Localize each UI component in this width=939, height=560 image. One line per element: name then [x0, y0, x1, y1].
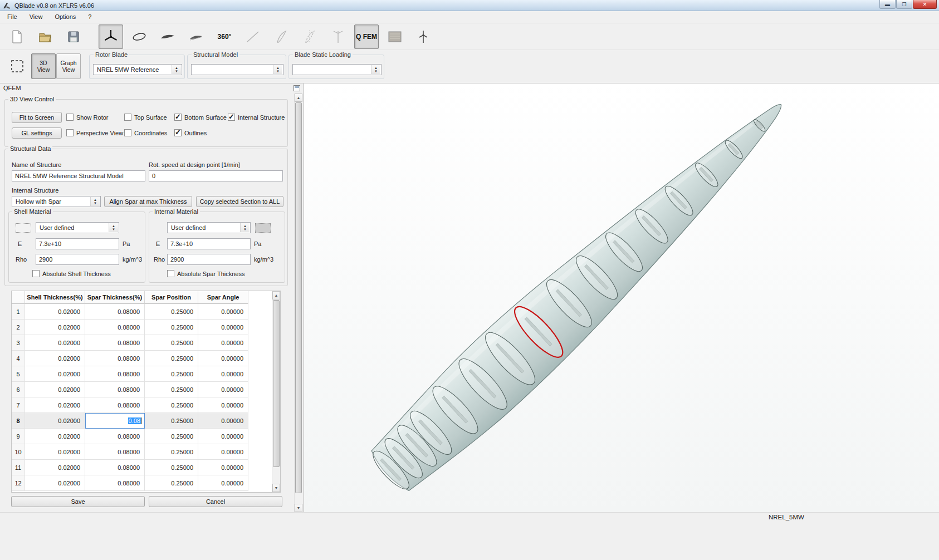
shell-rho-input[interactable]: 2900 [36, 254, 119, 265]
row-header[interactable]: 7 [12, 397, 25, 413]
table-cell[interactable]: 0.08000 [85, 397, 145, 413]
internal-color-swatch[interactable] [255, 223, 271, 233]
gl-viewport[interactable] [304, 83, 939, 512]
table-cell[interactable]: 0.08000 [85, 304, 145, 320]
table-scrollbar-thumb[interactable] [273, 300, 280, 467]
scroll-up-icon[interactable]: ▲ [272, 291, 280, 299]
row-header[interactable]: 11 [12, 460, 25, 475]
table-cell[interactable]: 0.08000 [85, 351, 145, 366]
table-cell[interactable]: 0.25000 [145, 351, 198, 366]
row-header[interactable]: 2 [12, 320, 25, 335]
new-document-button[interactable] [4, 24, 29, 49]
table-cell[interactable]: 0.08000 [85, 366, 145, 382]
maximize-button[interactable]: ❐ [896, 0, 912, 9]
row-header[interactable]: 4 [12, 351, 25, 366]
absolute-shell-thickness-checkbox[interactable]: Absolute Shell Thickness [32, 270, 111, 277]
airfoil-direct-button[interactable] [155, 24, 180, 49]
scroll-down-icon[interactable]: ▼ [272, 484, 280, 492]
table-cell[interactable]: 0.00000 [198, 382, 248, 397]
internal-e-input[interactable]: 7.3e+10 [167, 238, 251, 249]
column-header[interactable]: Shell Thickness(%) [25, 291, 85, 304]
coordinates-checkbox[interactable]: Coordinates [124, 129, 167, 136]
table-cell[interactable]: 0.25000 [145, 304, 198, 320]
table-cell-editing[interactable]: 0.08 [85, 413, 145, 429]
table-cell[interactable]: 0.25000 [145, 366, 198, 382]
airfoil-design-button[interactable] [127, 24, 151, 49]
table-cell[interactable]: 0.02000 [25, 460, 85, 475]
internal-material-combobox[interactable]: User defined ▲▼ [167, 222, 251, 233]
table-cell[interactable]: 0.02000 [25, 366, 85, 382]
close-button[interactable]: ✕ [913, 0, 937, 9]
gl-settings-button[interactable]: GL settings [12, 127, 62, 139]
table-cell[interactable]: 0.02000 [25, 397, 85, 413]
table-cell[interactable]: 0.02000 [25, 429, 85, 444]
row-header[interactable]: 1 [12, 304, 25, 320]
table-cell[interactable]: 0.00000 [198, 397, 248, 413]
row-header[interactable]: 12 [12, 475, 25, 491]
menu-file[interactable]: File [1, 11, 23, 23]
table-cell[interactable]: 0.08000 [85, 320, 145, 335]
blade-static-loading-combobox[interactable]: ▲▼ [292, 64, 382, 75]
minimize-button[interactable]: ▬ [879, 0, 896, 9]
table-cell[interactable]: 0.02000 [25, 382, 85, 397]
internal-rho-input[interactable]: 2900 [167, 254, 251, 265]
table-cell[interactable]: 0.08000 [85, 460, 145, 475]
shell-material-combobox[interactable]: User defined ▲▼ [36, 222, 119, 233]
dock-scrollbar[interactable]: ▲ ▼ [294, 94, 302, 512]
scroll-up-icon[interactable]: ▲ [295, 94, 302, 102]
table-cell[interactable]: 0.25000 [145, 397, 198, 413]
shell-e-input[interactable]: 7.3e+10 [36, 238, 119, 249]
airfoil-inverse-button[interactable] [184, 24, 208, 49]
table-cell[interactable]: 0.00000 [198, 351, 248, 366]
table-cell[interactable]: 0.00000 [198, 429, 248, 444]
graph-view-button[interactable]: Graph View [56, 53, 81, 79]
table-cell[interactable]: 0.02000 [25, 335, 85, 351]
structure-name-input[interactable]: NREL 5MW Reference Structural Model [12, 170, 145, 181]
table-cell[interactable]: 0.08000 [85, 382, 145, 397]
row-header[interactable]: 9 [12, 429, 25, 444]
internal-structure-checkbox[interactable]: Internal Structure [228, 114, 285, 121]
table-cell[interactable]: 0.25000 [145, 413, 198, 429]
combobox-arrows-icon[interactable]: ▲▼ [371, 65, 380, 74]
bottom-surface-checkbox[interactable]: Bottom Surface [174, 114, 227, 121]
structure-type-combobox[interactable]: Hollow with Spar ▲▼ [12, 196, 101, 207]
combobox-arrows-icon[interactable]: ▲▼ [273, 65, 282, 74]
save-button-toolbar[interactable] [61, 24, 86, 49]
table-cell[interactable]: 0.08000 [85, 444, 145, 460]
table-cell[interactable]: 0.00000 [198, 413, 248, 429]
menu-help[interactable]: ? [82, 11, 97, 23]
table-scrollbar[interactable]: ▲ ▼ [272, 291, 280, 492]
texture-button[interactable] [383, 24, 407, 49]
align-spar-button[interactable]: Align Spar at max Thickness [104, 196, 192, 207]
table-cell[interactable]: 0.25000 [145, 335, 198, 351]
fit-to-screen-button[interactable]: Fit to Screen [12, 112, 62, 123]
table-cell[interactable]: 0.08000 [85, 429, 145, 444]
table-cell[interactable]: 0.00000 [198, 460, 248, 475]
polar-360-button[interactable]: 360° [212, 24, 237, 49]
rot-speed-input[interactable]: 0 [149, 170, 283, 181]
rotor-blade-combobox[interactable]: NREL 5MW Reference ▲▼ [93, 64, 182, 75]
menu-options[interactable]: Options [48, 11, 82, 23]
table-cell[interactable]: 0.00000 [198, 366, 248, 382]
structural-model-combobox[interactable]: ▲▼ [191, 64, 283, 75]
copy-section-button[interactable]: Copy selected Section to ALL [196, 196, 283, 207]
table-cell[interactable]: 0.08000 [85, 335, 145, 351]
dock-float-icon[interactable] [294, 85, 300, 91]
rotor-blade-module-button[interactable] [99, 24, 123, 49]
view-3d-button[interactable]: 3D View [31, 53, 56, 79]
perspective-view-checkbox[interactable]: Perspective View [66, 129, 123, 136]
qfem-module-button[interactable]: Q FEM [354, 24, 379, 49]
table-cell[interactable]: 0.25000 [145, 320, 198, 335]
save-button[interactable]: Save [11, 496, 145, 507]
scroll-down-icon[interactable]: ▼ [295, 504, 302, 512]
table-cell[interactable]: 0.02000 [25, 320, 85, 335]
row-header[interactable]: 10 [12, 444, 25, 460]
cancel-button[interactable]: Cancel [149, 496, 282, 507]
table-cell[interactable]: 0.00000 [198, 444, 248, 460]
combobox-arrows-icon[interactable]: ▲▼ [172, 65, 181, 74]
show-rotor-checkbox[interactable]: Show Rotor [66, 114, 108, 121]
row-header[interactable]: 8 [12, 413, 25, 429]
table-cell[interactable]: 0.02000 [25, 351, 85, 366]
column-header[interactable]: Spar Position [145, 291, 198, 304]
column-header[interactable]: Spar Thickness(%) [85, 291, 145, 304]
